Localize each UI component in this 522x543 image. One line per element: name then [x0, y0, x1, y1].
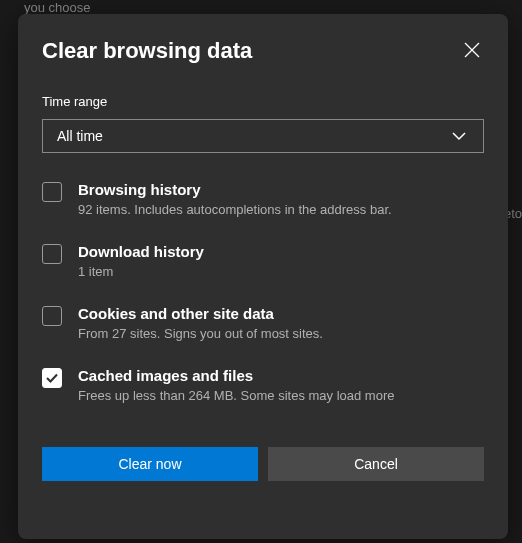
time-range-value: All time: [57, 128, 103, 144]
option-desc: Frees up less than 264 MB. Some sites ma…: [78, 388, 484, 405]
dialog-buttons: Clear now Cancel: [42, 447, 484, 481]
clear-browsing-data-dialog: Clear browsing data Time range All time …: [18, 14, 508, 539]
time-range-select[interactable]: All time: [42, 119, 484, 153]
chevron-down-icon: [449, 126, 469, 146]
option-text: Cached images and files Frees up less th…: [78, 367, 484, 405]
option-title: Browsing history: [78, 181, 484, 198]
clear-now-button[interactable]: Clear now: [42, 447, 258, 481]
option-text: Cookies and other site data From 27 site…: [78, 305, 484, 343]
option-text: Browsing history 92 items. Includes auto…: [78, 181, 484, 219]
close-icon: [464, 42, 480, 58]
option-cached-files: Cached images and files Frees up less th…: [42, 367, 484, 405]
option-title: Cached images and files: [78, 367, 484, 384]
checkbox-download-history[interactable]: [42, 244, 62, 264]
option-download-history: Download history 1 item: [42, 243, 484, 281]
cancel-button[interactable]: Cancel: [268, 447, 484, 481]
option-title: Download history: [78, 243, 484, 260]
option-desc: 92 items. Includes autocompletions in th…: [78, 202, 484, 219]
checkbox-cached-files[interactable]: [42, 368, 62, 388]
checkmark-icon: [45, 371, 59, 385]
options-list: Browsing history 92 items. Includes auto…: [42, 181, 484, 441]
option-browsing-history: Browsing history 92 items. Includes auto…: [42, 181, 484, 219]
close-button[interactable]: [460, 38, 484, 62]
dialog-title: Clear browsing data: [42, 38, 252, 64]
checkbox-browsing-history[interactable]: [42, 182, 62, 202]
option-cookies: Cookies and other site data From 27 site…: [42, 305, 484, 343]
option-text: Download history 1 item: [78, 243, 484, 281]
option-desc: From 27 sites. Signs you out of most sit…: [78, 326, 484, 343]
time-range-label: Time range: [42, 94, 484, 109]
background-text-fragment: you choose: [24, 0, 91, 15]
option-title: Cookies and other site data: [78, 305, 484, 322]
checkbox-cookies[interactable]: [42, 306, 62, 326]
dialog-header: Clear browsing data: [42, 38, 484, 64]
option-desc: 1 item: [78, 264, 484, 281]
